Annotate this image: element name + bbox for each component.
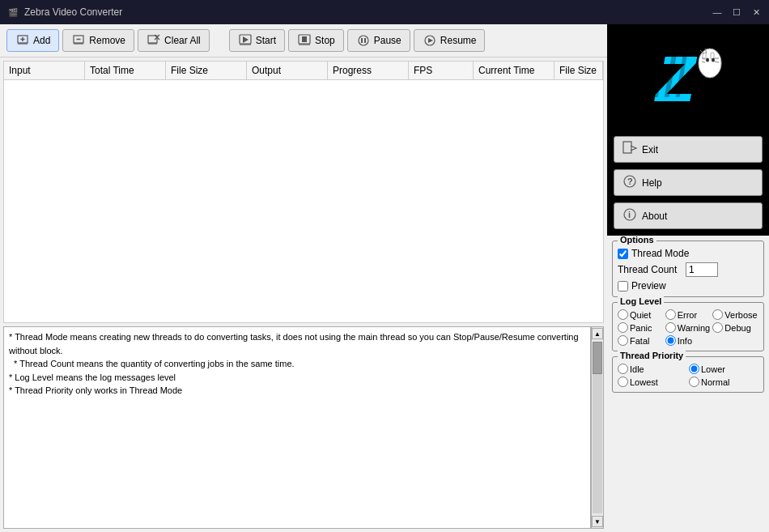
title-bar: 🎬 Zebra Video Converter — ☐ ✕ — [0, 0, 769, 24]
preview-row: Preview — [618, 280, 758, 292]
col-fps: FPS — [409, 62, 474, 79]
exit-icon — [622, 141, 637, 158]
radio-warning-input[interactable] — [665, 322, 676, 333]
radio-quiet-label[interactable]: Quiet — [630, 310, 651, 320]
radio-quiet-input[interactable] — [618, 309, 628, 320]
minimize-button[interactable]: — — [711, 6, 724, 19]
radio-warning: Warning — [665, 322, 712, 333]
svg-rect-38 — [623, 142, 631, 153]
radio-normal-label[interactable]: Normal — [701, 377, 729, 387]
scroll-track — [593, 342, 602, 513]
clear-all-button[interactable]: Clear All — [138, 29, 210, 52]
file-table: Input Total Time File Size Output Progre… — [3, 61, 604, 323]
radio-idle-label[interactable]: Idle — [630, 364, 644, 374]
pause-icon — [356, 33, 371, 48]
svg-point-30 — [706, 58, 709, 62]
radio-lower-label[interactable]: Lower — [701, 364, 725, 374]
resume-button[interactable]: Resume — [414, 29, 486, 52]
log-area: * Thread Mode means creating new threads… — [3, 326, 604, 529]
radio-debug-input[interactable] — [712, 322, 723, 333]
right-panel: Z — [607, 24, 769, 532]
thread-priority-group-label: Thread Priority — [618, 351, 686, 360]
help-button[interactable]: ? Help — [614, 169, 763, 196]
scroll-down-arrow[interactable]: ▼ — [592, 516, 603, 527]
col-output: Output — [247, 62, 328, 79]
radio-error: Error — [665, 309, 712, 320]
thread-count-label: Thread Count — [618, 264, 682, 275]
stop-icon — [297, 33, 312, 48]
radio-verbose-input[interactable] — [712, 309, 723, 320]
add-button[interactable]: Add — [6, 29, 59, 52]
svg-point-17 — [359, 36, 368, 45]
toolbar: Add Remove — [0, 24, 607, 57]
col-file-size-1: File Size — [166, 62, 247, 79]
svg-rect-15 — [302, 36, 307, 42]
clear-icon — [147, 33, 161, 48]
log-level-group: Log Level Quiet Error Verbos — [612, 302, 764, 351]
start-button[interactable]: Start — [229, 29, 285, 52]
thread-mode-checkbox[interactable] — [618, 249, 628, 259]
preview-checkbox[interactable] — [618, 281, 628, 292]
radio-lower-input[interactable] — [689, 364, 699, 374]
log-level-content: Quiet Error Verbose Panic — [618, 309, 758, 346]
thread-priority-radio-grid: Idle Lower Lowest Normal — [618, 364, 758, 387]
radio-fatal-label[interactable]: Fatal — [630, 336, 649, 346]
scroll-up-arrow[interactable]: ▲ — [592, 328, 603, 339]
log-level-radio-grid: Quiet Error Verbose Panic — [618, 309, 758, 346]
thread-count-input[interactable] — [686, 262, 718, 277]
radio-normal-input[interactable] — [689, 377, 699, 387]
maximize-button[interactable]: ☐ — [730, 6, 743, 19]
logo-area: Z — [607, 24, 769, 130]
zebra-logo: Z — [652, 40, 724, 113]
start-icon — [238, 33, 253, 48]
col-input: Input — [4, 62, 85, 79]
radio-fatal-input[interactable] — [618, 335, 628, 346]
log-text: * Thread Mode means creating new threads… — [3, 326, 591, 529]
radio-error-label[interactable]: Error — [678, 310, 697, 320]
svg-marker-12 — [243, 36, 249, 43]
radio-idle-input[interactable] — [618, 364, 628, 374]
radio-warning-label[interactable]: Warning — [678, 323, 711, 333]
radio-info-label[interactable]: Info — [678, 336, 692, 346]
svg-text:i: i — [628, 210, 631, 219]
radio-verbose: Verbose — [712, 309, 758, 320]
svg-marker-21 — [428, 38, 433, 43]
radio-normal: Normal — [689, 377, 758, 387]
options-group-label: Options — [618, 236, 656, 245]
thread-priority-group: Thread Priority Idle Lower L — [612, 356, 764, 393]
radio-panic-input[interactable] — [618, 322, 628, 333]
radio-info-input[interactable] — [665, 335, 676, 346]
radio-idle: Idle — [618, 364, 687, 374]
about-icon: i — [622, 207, 637, 224]
options-group: Options Thread Mode Thread Count Preview — [612, 240, 764, 297]
thread-mode-label[interactable]: Thread Mode — [631, 248, 689, 259]
svg-line-35 — [702, 62, 705, 62]
svg-point-31 — [712, 58, 715, 62]
radio-lowest-input[interactable] — [618, 377, 628, 387]
window-title: Zebra Video Converter — [24, 6, 711, 18]
pause-button[interactable]: Pause — [347, 29, 410, 52]
radio-lowest-label[interactable]: Lowest — [630, 377, 658, 387]
left-panel: Add Remove — [0, 24, 607, 532]
exit-button[interactable]: Exit — [614, 136, 763, 163]
table-body — [4, 80, 603, 322]
log-scrollbar: ▲ ▼ — [591, 326, 604, 529]
radio-fatal: Fatal — [618, 335, 664, 346]
log-line-2: * Thread Count means the quantity of con… — [9, 357, 585, 371]
remove-button[interactable]: Remove — [62, 29, 134, 52]
scroll-thumb[interactable] — [593, 342, 602, 374]
log-line-3: * Log Level means the log messages level — [9, 371, 585, 385]
preview-label[interactable]: Preview — [631, 280, 666, 292]
radio-error-input[interactable] — [665, 309, 676, 320]
radio-verbose-label[interactable]: Verbose — [724, 310, 757, 320]
log-level-group-label: Log Level — [618, 296, 664, 306]
svg-rect-7 — [148, 36, 157, 43]
stop-button[interactable]: Stop — [288, 29, 344, 52]
svg-line-37 — [715, 62, 719, 62]
thread-count-row: Thread Count — [618, 262, 758, 277]
about-button[interactable]: i About — [614, 202, 763, 229]
radio-panic-label[interactable]: Panic — [630, 323, 652, 333]
close-button[interactable]: ✕ — [750, 6, 763, 19]
table-header: Input Total Time File Size Output Progre… — [4, 62, 603, 80]
radio-debug-label[interactable]: Debug — [724, 323, 750, 333]
